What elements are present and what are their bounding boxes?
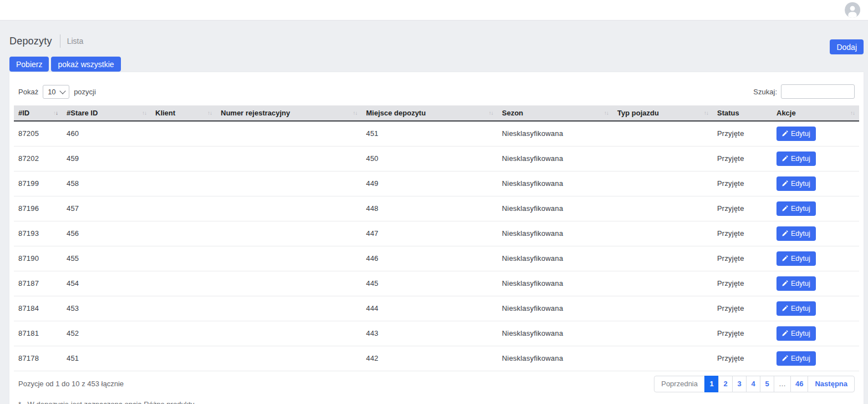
table-cell <box>613 346 713 371</box>
table-cell <box>216 196 362 221</box>
pagination-next[interactable]: Następna <box>808 376 855 392</box>
table-cell <box>151 146 216 171</box>
chevron-down-icon: 10 <box>43 85 69 99</box>
table-cell: 87187 <box>14 271 62 296</box>
table-cell <box>151 196 216 221</box>
table-cell: 451 <box>362 121 498 146</box>
table-cell <box>613 321 713 346</box>
search-label: Szukaj: <box>753 88 777 96</box>
sort-icon: ↑↓ <box>704 110 708 116</box>
sort-icon: ↑↓ <box>353 110 357 116</box>
column-header-id[interactable]: #ID↑↓ <box>14 105 62 121</box>
table-cell <box>216 146 362 171</box>
table-cell <box>613 221 713 246</box>
pagination-previous[interactable]: Poprzednia <box>654 376 705 392</box>
table-cell: Przyjęte <box>713 121 772 146</box>
table-cell <box>216 321 362 346</box>
sort-icon: ↑↓ <box>850 110 855 116</box>
edit-button[interactable]: Edytuj <box>776 127 816 141</box>
column-header-numer-rejestracyjny[interactable]: Numer rejestracyjny↑↓ <box>216 105 362 121</box>
pencil-icon <box>782 230 788 236</box>
table-cell: Przyjęte <box>713 171 772 196</box>
column-label: Numer rejestracyjny <box>221 109 290 117</box>
table-cell: 451 <box>62 346 151 371</box>
table-cell <box>216 171 362 196</box>
pagination-page-5[interactable]: 5 <box>760 376 774 392</box>
pencil-icon <box>782 180 788 186</box>
column-header-stare-id[interactable]: #Stare ID↑↓ <box>62 105 151 121</box>
table-cell <box>216 296 362 321</box>
table-cell: 459 <box>62 146 151 171</box>
edit-button-label: Edytuj <box>791 130 810 138</box>
table-cell: 456 <box>62 221 151 246</box>
sort-icon: ↑↓ <box>604 110 608 116</box>
table-cell <box>216 221 362 246</box>
edit-button[interactable]: Edytuj <box>776 152 816 166</box>
page-size-select[interactable]: 10 <box>43 85 69 99</box>
edit-button[interactable]: Edytuj <box>776 351 816 366</box>
sort-icon: ↑↓ <box>489 110 493 116</box>
pagination-page-1[interactable]: 1 <box>704 376 719 392</box>
table-cell <box>151 296 216 321</box>
column-header-typ-pojazdu[interactable]: Typ pojazdu↑↓ <box>613 105 713 121</box>
edit-button[interactable]: Edytuj <box>776 176 816 191</box>
column-label: Miejsce depozytu <box>366 109 426 117</box>
table-cell <box>216 121 362 146</box>
table-cell <box>151 246 216 271</box>
table-row: 87187454445NiesklasyfikowanaPrzyjęteEdyt… <box>14 271 859 296</box>
edit-button[interactable]: Edytuj <box>776 201 816 216</box>
table-row: 87196457448NiesklasyfikowanaPrzyjęteEdyt… <box>14 196 859 221</box>
pagination-info: Pozycje od 1 do 10 z 453 łącznie <box>18 380 124 388</box>
table-cell: Niesklasyfikowana <box>498 146 613 171</box>
table-cell <box>151 346 216 371</box>
column-header-miejsce-depozytu[interactable]: Miejsce depozytu↑↓ <box>362 105 498 121</box>
edit-button-label: Edytuj <box>791 330 810 337</box>
edit-button[interactable]: Edytuj <box>776 276 816 291</box>
table-row: 87184453444NiesklasyfikowanaPrzyjęteEdyt… <box>14 296 859 321</box>
table-cell: Przyjęte <box>713 146 772 171</box>
search-control: Szukaj: <box>753 84 855 99</box>
show-all-button[interactable]: pokaż wszystkie <box>51 57 120 72</box>
edit-button[interactable]: Edytuj <box>776 301 816 316</box>
edit-button[interactable]: Edytuj <box>776 251 816 266</box>
table-cell-actions: Edytuj <box>772 271 859 296</box>
table-row: 87205460451NiesklasyfikowanaPrzyjęteEdyt… <box>14 121 859 146</box>
table-cell: Niesklasyfikowana <box>498 221 613 246</box>
column-header-status: Status <box>713 105 772 121</box>
pencil-icon <box>782 330 788 336</box>
topbar <box>0 0 868 21</box>
edit-button[interactable]: Edytuj <box>776 326 816 341</box>
deposits-card: Pokaż 10 pozycji Szukaj: #ID↑↓#Stare ID↑… <box>9 72 864 404</box>
table-cell <box>613 246 713 271</box>
table-cell-actions: Edytuj <box>772 196 859 221</box>
pagination-page-2[interactable]: 2 <box>718 376 733 392</box>
column-header-akcje[interactable]: Akcje↑↓ <box>772 105 859 121</box>
column-header-sezon[interactable]: Sezon↑↓ <box>498 105 613 121</box>
table-cell-actions: Edytuj <box>772 221 859 246</box>
table-row: 87199458449NiesklasyfikowanaPrzyjęteEdyt… <box>14 171 859 196</box>
pagination-page-3[interactable]: 3 <box>732 376 747 392</box>
table-cell: 87199 <box>14 171 62 196</box>
table-cell: 87190 <box>14 246 62 271</box>
table-cell <box>216 246 362 271</box>
pagination-ellipsis: … <box>774 376 791 392</box>
table-cell <box>216 271 362 296</box>
table-cell: 449 <box>362 171 498 196</box>
pagination-page-46[interactable]: 46 <box>790 376 808 392</box>
table-cell: Przyjęte <box>713 346 772 371</box>
download-button[interactable]: Pobierz <box>9 57 49 72</box>
table-cell <box>613 146 713 171</box>
table-cell: 87202 <box>14 146 62 171</box>
edit-button[interactable]: Edytuj <box>776 226 816 241</box>
pagination-page-4[interactable]: 4 <box>746 376 760 392</box>
breadcrumb-lista: Lista <box>67 37 84 46</box>
column-label: Klient <box>155 109 175 117</box>
table-cell: Przyjęte <box>713 271 772 296</box>
user-avatar[interactable] <box>845 2 860 18</box>
table-cell <box>613 196 713 221</box>
table-cell <box>613 121 713 146</box>
add-button[interactable]: Dodaj <box>830 39 864 54</box>
search-input[interactable] <box>781 84 855 99</box>
pencil-icon <box>782 355 788 361</box>
column-header-klient[interactable]: Klient↑↓ <box>151 105 216 121</box>
